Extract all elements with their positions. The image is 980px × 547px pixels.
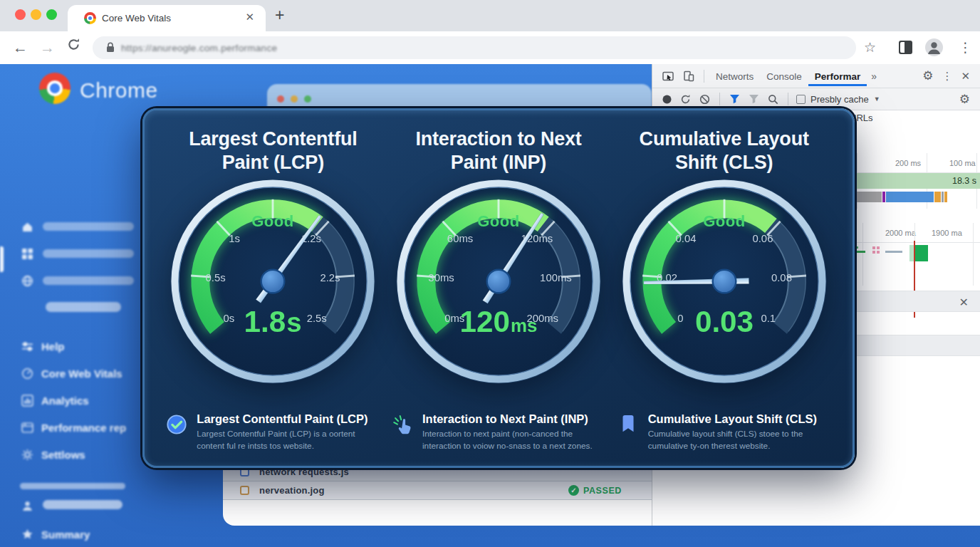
summary-icon: [21, 528, 33, 541]
side-panel-icon[interactable]: [899, 41, 912, 54]
svg-text:0.5s: 0.5s: [206, 272, 226, 283]
mock-dot-red: [277, 95, 284, 103]
divider: [704, 70, 704, 83]
svg-text:0.03: 0.03: [695, 305, 754, 338]
svg-text:0s: 0s: [224, 313, 235, 324]
mock-dot-yellow: [291, 95, 298, 103]
metric-card-lcp: Largest Contentful Paint (LCP): [166, 127, 380, 452]
svg-text:Good: Good: [477, 212, 520, 230]
sidebar-item-settings[interactable]: Settlows: [41, 449, 85, 461]
svg-text:1.8s: 1.8s: [244, 305, 302, 338]
ruler-tick-label: 100 ma: [949, 159, 976, 167]
total-time: 18.3 s: [952, 176, 976, 186]
devtools-toolbar: Presbly cache ▼ ⚙: [652, 88, 980, 110]
bookmark-icon: [617, 414, 639, 435]
cls-gauge: 00.020.040.060.080.1 Good 0.03: [622, 179, 827, 384]
inp-gauge: 0ms30ms60ms120ms100ms200ms Good 120ms: [396, 179, 601, 384]
skeleton-pill: [43, 500, 123, 509]
device-toolbar-icon[interactable]: [683, 71, 694, 82]
devtools-close-icon[interactable]: ✕: [961, 70, 970, 83]
ruler-tick-label: 1900 ma: [932, 229, 962, 237]
active-item-indicator: [0, 246, 4, 272]
timeline-ruler: ms 2000 ma 1900 ma: [841, 223, 980, 243]
tab-console[interactable]: Console: [760, 66, 808, 86]
metric-card-inp: Interaction to Next Paint (INP): [392, 127, 606, 452]
status-text: PASSED: [583, 486, 622, 496]
svg-text:Good: Good: [252, 212, 295, 230]
file-checkbox[interactable]: [240, 467, 249, 476]
file-row[interactable]: nerveation.jog ✓ PASSED: [223, 481, 659, 500]
request-bar[interactable]: [841, 192, 980, 204]
sidebar-item-help[interactable]: Help: [41, 340, 65, 353]
svg-text:60ms: 60ms: [447, 233, 473, 244]
clear-icon[interactable]: [699, 94, 710, 105]
devtools-menu-icon[interactable]: ⋮: [942, 70, 952, 83]
sidebar-item-analytics[interactable]: Analytics: [41, 395, 89, 407]
avatar[interactable]: [925, 38, 943, 56]
browser-menu-icon[interactable]: ⋮: [959, 39, 972, 56]
total-time-band: 18.3 s: [841, 173, 980, 189]
filter-icon-active[interactable]: [729, 94, 740, 104]
filter-icon[interactable]: [749, 94, 759, 104]
svg-text:2.5s: 2.5s: [307, 313, 327, 324]
grid-icon: [21, 248, 33, 260]
tap-icon: [392, 414, 413, 435]
skeleton-pill: [43, 249, 134, 258]
speedometer-icon: [21, 368, 33, 380]
tab-close-icon[interactable]: ✕: [245, 11, 254, 24]
reload-icon[interactable]: [67, 38, 80, 55]
url-bar[interactable]: https://anureogle.com.performance: [93, 36, 856, 59]
check-circle-icon: [166, 414, 187, 435]
svg-text:Good: Good: [703, 212, 746, 230]
metric-footer: Largest Contentful Paint (LCP) Largest C…: [166, 412, 380, 452]
metric-title: Interaction to Next Paint (INP): [397, 127, 600, 176]
cache-checkbox-label[interactable]: Presbly cache: [810, 94, 869, 105]
row-close-icon[interactable]: ✕: [959, 296, 969, 309]
traffic-light-minimize[interactable]: [31, 9, 41, 20]
toolbar-settings-icon[interactable]: ⚙: [959, 92, 970, 107]
forward-icon[interactable]: →: [40, 39, 55, 56]
record-icon[interactable]: [662, 95, 672, 104]
caret-down-icon[interactable]: ▼: [874, 95, 880, 103]
file-checkbox[interactable]: [240, 486, 249, 495]
browser-window: Core Web Vitals ✕ + ← → https://anureogl…: [0, 0, 980, 547]
tab-network[interactable]: Networts: [709, 66, 760, 86]
lock-icon: [106, 42, 115, 56]
file-name: network requests.js: [259, 467, 349, 477]
home-icon: [21, 221, 33, 233]
ruler-tick-label: 200 ms: [895, 159, 921, 167]
divider: [788, 93, 788, 105]
footer-description: Interaction to next paint (non-canced th…: [422, 428, 605, 452]
refresh-icon[interactable]: [680, 94, 691, 105]
check-circle-icon: ✓: [568, 485, 579, 496]
tab-title: Core Web Vitals: [102, 13, 171, 24]
inspect-element-icon[interactable]: [662, 71, 674, 82]
tab-performance[interactable]: Performar: [808, 66, 867, 86]
traffic-light-zoom[interactable]: [46, 9, 57, 20]
more-tabs-icon[interactable]: »: [871, 71, 877, 82]
sidebar: Help Core Web Vitals Analytics Performan…: [0, 135, 150, 547]
sidebar-item-summary[interactable]: Summary: [41, 528, 90, 541]
svg-text:0.1: 0.1: [761, 313, 776, 324]
footer-title: Cumulative Layout Shift (CLS): [648, 412, 831, 426]
browser-tab[interactable]: Core Web Vitals ✕: [68, 5, 266, 31]
cache-checkbox[interactable]: [796, 95, 806, 104]
metric-title: Largest Contentful Paint (LCP): [171, 127, 375, 176]
sidebar-item-performance-report[interactable]: Performance rep: [41, 422, 126, 434]
back-icon[interactable]: ←: [13, 39, 28, 56]
sidebar-item-core-web-vitals[interactable]: Core Web Vitals: [41, 368, 123, 380]
footer-description: Largest Contentful Paint (LCP) is a oort…: [197, 428, 380, 452]
metric-footer: Interaction to Next Paint (INP) Interact…: [392, 412, 605, 452]
divider: [719, 93, 720, 105]
traffic-light-close[interactable]: [15, 9, 26, 20]
bookmark-star-icon[interactable]: ☆: [864, 39, 876, 56]
svg-text:100ms: 100ms: [540, 272, 572, 283]
svg-text:1s: 1s: [229, 233, 241, 244]
skeleton-pill: [46, 302, 121, 312]
devtools-settings-icon[interactable]: ⚙: [922, 68, 933, 83]
url-text: https://anureogle.com.performance: [121, 43, 277, 53]
search-icon[interactable]: [768, 94, 778, 105]
new-tab-button[interactable]: +: [275, 6, 284, 25]
analytics-icon: [21, 395, 33, 407]
svg-text:0.08: 0.08: [771, 272, 792, 283]
